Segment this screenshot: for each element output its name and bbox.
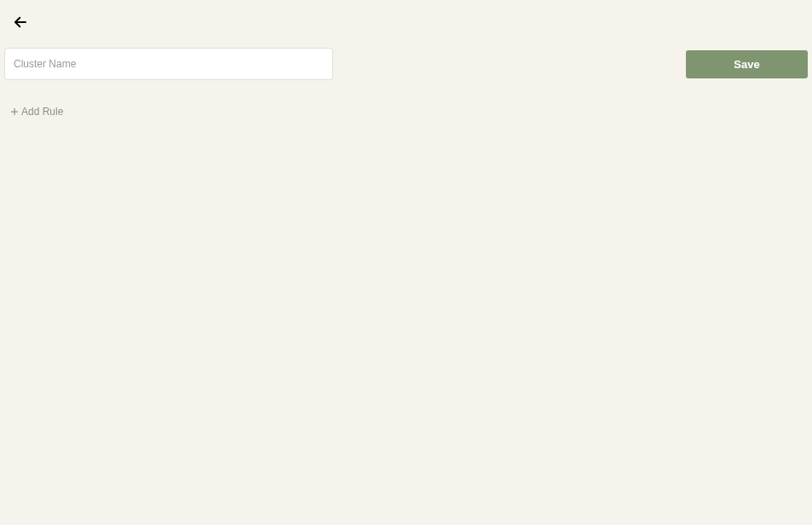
arrow-left-icon [13,14,28,30]
save-button[interactable]: Save [686,50,808,78]
cluster-name-input[interactable] [4,48,333,80]
add-rule-label: Add Rule [21,106,63,118]
back-button[interactable] [10,12,31,32]
plus-icon [9,107,20,117]
add-rule-button[interactable]: Add Rule [9,106,63,118]
